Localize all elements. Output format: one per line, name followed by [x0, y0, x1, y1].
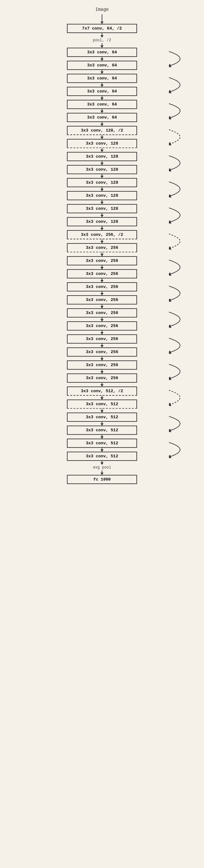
a26 — [102, 383, 102, 386]
a5 — [102, 109, 102, 113]
node-res3-2: 3x3 conv, 256 — [67, 243, 137, 252]
skip-arc-dashed-3 — [169, 386, 195, 409]
arrow-conv1-pool — [102, 33, 102, 37]
node-res2-7: 3x3 conv, 128 — [67, 204, 137, 213]
a21 — [102, 317, 102, 321]
arrow-image-to-conv1 — [102, 14, 102, 24]
a3 — [102, 83, 102, 87]
node-res1-4: 3x3 conv, 64 — [67, 87, 137, 96]
node-res4-4: 3x3 conv, 512 — [67, 426, 137, 435]
skip-arc-1 — [169, 48, 195, 70]
a24 — [102, 356, 102, 361]
node-res4-2: 3x3 conv, 512 — [67, 400, 137, 409]
node-res4-6: 3x3 conv, 512 — [67, 452, 137, 461]
a9 — [102, 161, 102, 165]
skip-arc-9 — [169, 308, 195, 331]
a22 — [102, 331, 102, 334]
a12 — [102, 200, 102, 204]
a11 — [102, 187, 102, 191]
node-res2-6: 3x3 conv, 128 — [67, 191, 137, 200]
a32 — [102, 461, 102, 465]
a2 — [102, 70, 102, 74]
skip-arc-10 — [169, 334, 195, 356]
node-res3-5: 3x3 conv, 256 — [67, 282, 137, 291]
node-res2-5: 3x3 conv, 128 — [67, 178, 137, 187]
a20 — [102, 305, 102, 308]
image-label: Image — [95, 6, 109, 13]
a6 — [102, 122, 102, 126]
node-res4-5: 3x3 conv, 512 — [67, 439, 137, 448]
skip-arc-7 — [169, 256, 195, 278]
a13 — [102, 213, 102, 217]
skip-arc-11 — [169, 361, 195, 383]
skip-arc-4 — [169, 152, 195, 174]
node-res3-12: 3x3 conv, 256 — [67, 373, 137, 383]
skip-arc-dashed-2 — [169, 230, 195, 252]
node-res4-3: 3x3 conv, 512 — [67, 412, 137, 422]
node-res2-4: 3x3 conv, 128 — [67, 165, 137, 174]
a14 — [102, 226, 102, 230]
node-res3-1: 3x3 conv, 256, /2 — [67, 230, 137, 239]
a25 — [102, 370, 102, 373]
a8 — [102, 148, 102, 152]
node-res3-9: 3x3 conv, 256 — [67, 334, 137, 344]
node-res1-6: 3x3 conv, 64 — [67, 113, 137, 122]
node-res3-6: 3x3 conv, 256 — [67, 295, 137, 305]
node-res1-1: 3x3 conv, 64 — [67, 48, 137, 57]
a18 — [102, 278, 102, 282]
skip-arc-3 — [169, 100, 195, 122]
a23 — [102, 344, 102, 347]
node-res3-8: 3x3 conv, 256 — [67, 321, 137, 331]
label-pool1: pool, /2 — [93, 38, 111, 42]
a28 — [102, 409, 102, 412]
node-res1-3: 3x3 conv, 64 — [67, 74, 137, 83]
skip-arc-2 — [169, 74, 195, 96]
skip-arc-5 — [169, 178, 195, 200]
node-res2-3: 3x3 conv, 128 — [67, 152, 137, 161]
node-res1-5: 3x3 conv, 64 — [67, 100, 137, 109]
node-res3-7: 3x3 conv, 256 — [67, 308, 137, 317]
skip-arc-6 — [169, 204, 195, 226]
skip-arc-8 — [169, 282, 195, 305]
a10 — [102, 174, 102, 178]
node-res1-2: 3x3 conv, 64 — [67, 61, 137, 70]
node-fc: fc 1000 — [67, 475, 137, 484]
node-res3-3: 3x3 conv, 256 — [67, 256, 137, 266]
node-res3-4: 3x3 conv, 256 — [67, 269, 137, 278]
a17 — [102, 266, 102, 269]
skip-arc-dashed-1 — [169, 126, 195, 148]
a1 — [102, 57, 102, 61]
skip-arc-12 — [169, 412, 195, 435]
a30 — [102, 435, 102, 439]
node-res3-10: 3x3 conv, 256 — [67, 347, 137, 356]
a33 — [102, 470, 102, 475]
arrow-pool-res1 — [102, 43, 102, 48]
a7 — [102, 135, 102, 139]
node-res2-1: 3x3 conv, 128, /2 — [67, 126, 137, 135]
node-res2-2: 3x3 conv, 128 — [67, 139, 137, 148]
diagram-container: Image 7x7 conv, 64, /2 pool, /2 3x3 conv… — [0, 0, 204, 868]
node-res2-8: 3x3 conv, 128 — [67, 217, 137, 226]
a16 — [102, 252, 102, 256]
a15 — [102, 239, 102, 243]
a27 — [102, 396, 102, 400]
a29 — [102, 422, 102, 426]
node-res4-1: 3x3 conv, 512, /2 — [67, 386, 137, 396]
skip-arc-13 — [169, 439, 195, 461]
a19 — [102, 291, 102, 295]
a31 — [102, 448, 102, 452]
node-res3-11: 3x3 conv, 256 — [67, 361, 137, 370]
label-avgpool: avg pool — [93, 465, 111, 470]
node-conv1: 7x7 conv, 64, /2 — [67, 24, 137, 33]
a4 — [102, 96, 102, 100]
